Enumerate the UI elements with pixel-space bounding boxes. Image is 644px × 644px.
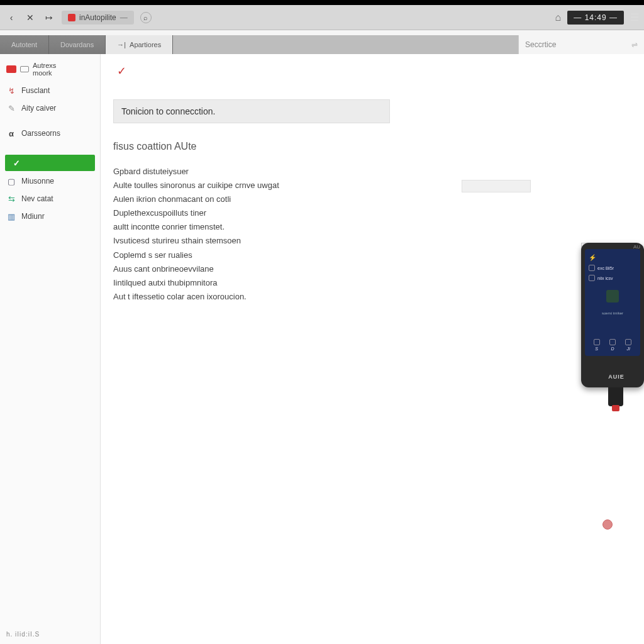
sidebar-item-fusclant[interactable]: ↯ Fusclant	[0, 82, 100, 99]
tab-label: inAutopilite	[79, 13, 116, 22]
center-icon	[606, 290, 619, 303]
search-icon[interactable]: ⌕	[140, 12, 152, 23]
forward-icon[interactable]: ↦	[43, 11, 55, 24]
window-tab[interactable]: inAutopilite —	[62, 11, 134, 25]
tab-dov[interactable]: Dovardans	[49, 35, 106, 54]
wrench-icon: ↯	[6, 86, 16, 96]
bolt-icon: ⚡	[589, 254, 596, 261]
device-btn-3: JI	[625, 339, 631, 351]
pencil-icon: ✎	[6, 103, 16, 113]
status-dot-icon	[602, 519, 613, 530]
device-brand: AUIE	[585, 374, 644, 380]
content-area: ✓ Tonicion to connecction. fisus coattio…	[101, 54, 644, 644]
sidebar-item-aity[interactable]: ✎ Aity caiver	[0, 99, 100, 117]
input-placeholder[interactable]	[462, 180, 531, 192]
section-title: fisus coattion AUte	[113, 141, 631, 152]
brand-logo-icon	[6, 65, 16, 73]
search-box[interactable]: Seccrtice ⇌	[518, 35, 644, 54]
device-top-label: AU	[633, 244, 640, 250]
titlebar: ‹ ✕ ↦ inAutopilite — ⌕ ⌂ — 14:49 — ☰	[0, 5, 644, 30]
device-preview: AU ⚡ exc 8ii5r niix icsv soersi tmiker S…	[581, 243, 644, 450]
connection-header: Tonicion to connecction.	[113, 99, 390, 123]
tabs-row: Autotent Dovardans →| Apartiores Seccrti…	[0, 35, 644, 54]
sidebar-item-nev[interactable]: ⇆ Nev catat	[0, 190, 100, 208]
device-plug	[608, 387, 623, 406]
sidebar: Autrexs moork ↯ Fusclant ✎ Aity caiver α…	[0, 54, 101, 644]
row-icon	[589, 265, 595, 271]
clock: — 14:49 —	[567, 11, 624, 25]
footer-text: h. iIid:iI.S	[6, 631, 40, 638]
tab-auto[interactable]: Autotent	[0, 35, 49, 54]
breadcrumb[interactable]: →| Apartiores	[106, 35, 173, 54]
video-icon	[20, 66, 29, 72]
device-btn-1: S	[594, 339, 600, 351]
monitor-icon: ▢	[6, 176, 16, 186]
back-icon[interactable]: ‹	[5, 11, 18, 24]
menu-icon[interactable]: ☰	[630, 11, 639, 23]
status-check-icon: ✓	[113, 62, 631, 80]
sidebar-item-mius[interactable]: ▢ Miusonne	[0, 172, 100, 190]
swap-icon: ⇆	[6, 194, 16, 204]
device-btn-2: D	[609, 339, 616, 351]
chevron-right-icon: →|	[117, 41, 126, 48]
tab-close-icon[interactable]: —	[120, 13, 128, 22]
home-icon[interactable]: ⌂	[555, 12, 562, 23]
app-logo-icon	[68, 14, 75, 21]
book-icon: ▥	[6, 211, 16, 221]
sidebar-item-active[interactable]: ✓	[5, 155, 95, 171]
filter-icon: ⇌	[631, 40, 638, 49]
sidebar-item-mdiunr[interactable]: ▥ Mdiunr	[0, 208, 100, 225]
alpha-icon: α	[6, 128, 16, 138]
body-text: Gpbard distuteiysuer Aulte toulles sinor…	[113, 165, 631, 304]
row-icon	[589, 275, 595, 281]
check-icon: ✓	[11, 158, 21, 168]
close-icon[interactable]: ✕	[24, 11, 36, 24]
sidebar-item-oars[interactable]: α Oarsseorns	[0, 125, 100, 142]
sidebar-brand[interactable]: Autrexs moork	[0, 57, 100, 82]
